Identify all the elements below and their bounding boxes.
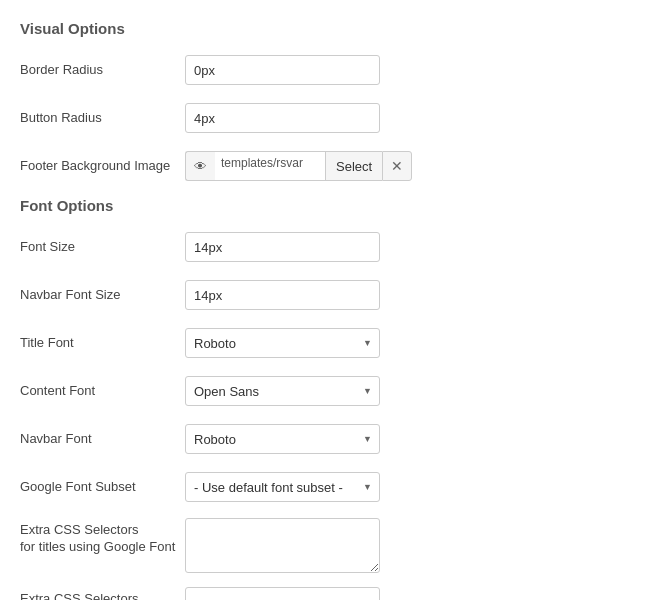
clear-file-button[interactable]: ✕	[382, 151, 412, 181]
border-radius-label: Border Radius	[20, 62, 185, 79]
font-options-title: Font Options	[20, 197, 647, 214]
visual-options-title: Visual Options	[20, 20, 647, 37]
extra-css-content-input[interactable]	[185, 587, 380, 600]
navbar-font-select-wrapper: Roboto Open Sans Arial Georgia	[185, 424, 380, 454]
footer-bg-image-group: 👁 templates/rsvar Select ✕	[185, 151, 412, 181]
content-font-label: Content Font	[20, 383, 185, 400]
font-options-section: Font Options Font Size Navbar Font Size …	[20, 197, 647, 600]
content-font-select[interactable]: Open Sans Roboto Arial Georgia	[185, 376, 380, 406]
border-radius-row: Border Radius	[20, 53, 647, 87]
select-file-button[interactable]: Select	[325, 151, 382, 181]
navbar-font-select[interactable]: Roboto Open Sans Arial Georgia	[185, 424, 380, 454]
font-size-row: Font Size	[20, 230, 647, 264]
font-size-input[interactable]	[185, 232, 380, 262]
eye-button[interactable]: 👁	[185, 151, 215, 181]
title-font-select-wrapper: Roboto Open Sans Arial Georgia	[185, 328, 380, 358]
google-font-subset-label: Google Font Subset	[20, 479, 185, 496]
footer-bg-image-row: Footer Background Image 👁 templates/rsva…	[20, 149, 647, 183]
title-font-row: Title Font Roboto Open Sans Arial Georgi…	[20, 326, 647, 360]
extra-css-content-row: Extra CSS Selectors for content using Go…	[20, 587, 647, 600]
navbar-font-label: Navbar Font	[20, 431, 185, 448]
navbar-font-size-label: Navbar Font Size	[20, 287, 185, 304]
title-font-label: Title Font	[20, 335, 185, 352]
font-size-label: Font Size	[20, 239, 185, 256]
visual-options-section: Visual Options Border Radius Button Radi…	[20, 20, 647, 183]
file-path-display: templates/rsvar	[215, 151, 325, 181]
title-font-select[interactable]: Roboto Open Sans Arial Georgia	[185, 328, 380, 358]
button-radius-input[interactable]	[185, 103, 380, 133]
button-radius-row: Button Radius	[20, 101, 647, 135]
button-radius-label: Button Radius	[20, 110, 185, 127]
clear-icon: ✕	[391, 158, 403, 174]
border-radius-input[interactable]	[185, 55, 380, 85]
navbar-font-size-input[interactable]	[185, 280, 380, 310]
google-font-subset-select[interactable]: - Use default font subset - Latin Cyrill…	[185, 472, 380, 502]
navbar-font-row: Navbar Font Roboto Open Sans Arial Georg…	[20, 422, 647, 456]
extra-css-titles-label: Extra CSS Selectors for titles using Goo…	[20, 518, 185, 556]
extra-css-content-label: Extra CSS Selectors for content using Go…	[20, 587, 185, 600]
content-font-select-wrapper: Open Sans Roboto Arial Georgia	[185, 376, 380, 406]
extra-css-titles-row: Extra CSS Selectors for titles using Goo…	[20, 518, 647, 573]
navbar-font-size-row: Navbar Font Size	[20, 278, 647, 312]
extra-css-titles-input[interactable]	[185, 518, 380, 573]
google-font-subset-row: Google Font Subset - Use default font su…	[20, 470, 647, 504]
eye-icon: 👁	[194, 159, 207, 174]
google-font-subset-select-wrapper: - Use default font subset - Latin Cyrill…	[185, 472, 380, 502]
footer-bg-image-label: Footer Background Image	[20, 158, 185, 175]
content-font-row: Content Font Open Sans Roboto Arial Geor…	[20, 374, 647, 408]
